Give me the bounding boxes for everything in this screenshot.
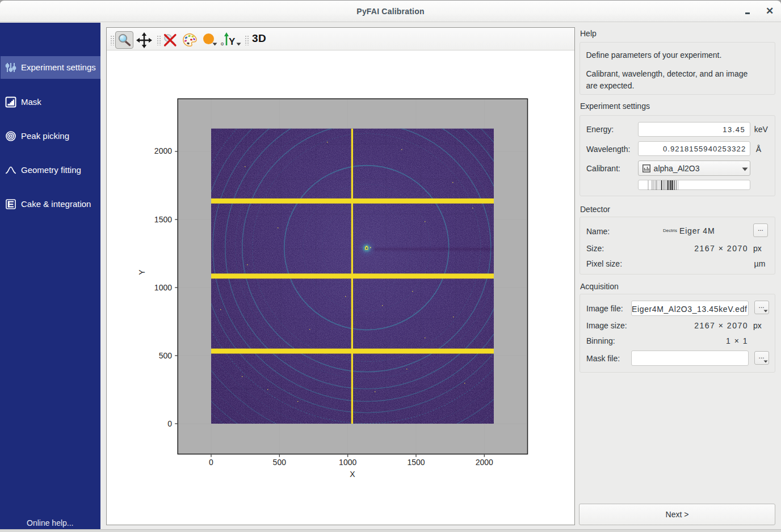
svg-text:1000: 1000 — [339, 458, 356, 467]
svg-text:Y: Y — [137, 269, 146, 275]
svg-text:1500: 1500 — [407, 458, 425, 467]
svg-text:500: 500 — [273, 458, 287, 467]
svg-text:1000: 1000 — [154, 283, 172, 292]
svg-text:Y: Y — [229, 36, 236, 47]
svg-text:500: 500 — [159, 351, 173, 360]
svg-text:o: o — [221, 41, 224, 47]
svg-text:X: X — [350, 470, 355, 479]
svg-text:0: 0 — [167, 419, 172, 428]
svg-text:2000: 2000 — [154, 146, 172, 155]
svg-text:0: 0 — [209, 458, 213, 467]
svg-text:2000: 2000 — [476, 458, 493, 467]
svg-text:1500: 1500 — [154, 215, 172, 224]
